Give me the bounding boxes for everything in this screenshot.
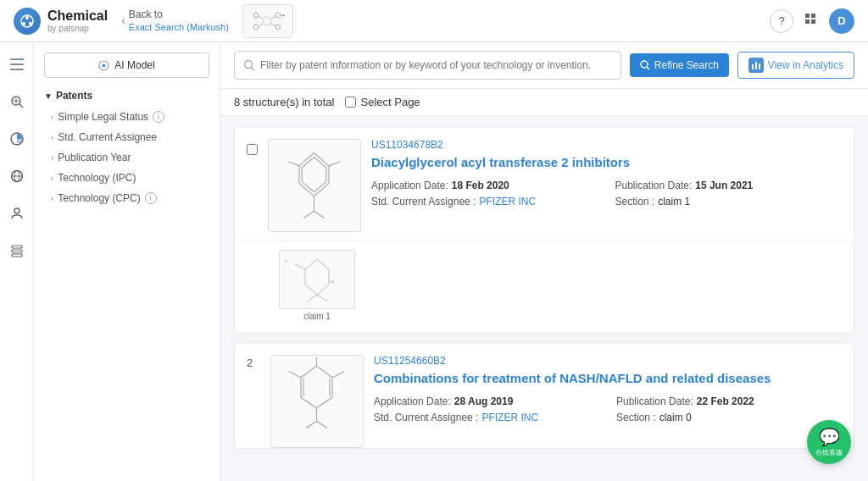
back-arrow-icon: ‹: [121, 14, 125, 27]
main-layout: AI Model ▼ Patents › Simple Legal Status…: [0, 42, 868, 481]
user-avatar[interactable]: D: [829, 8, 854, 34]
patents-label: ▼ Patents: [44, 90, 209, 102]
chevron-icon: ›: [51, 113, 53, 122]
svg-rect-42: [759, 64, 760, 69]
svg-rect-15: [811, 14, 815, 18]
svg-rect-33: [12, 254, 22, 257]
filter-technology-ipc[interactable]: › Technology (IPC): [44, 168, 209, 188]
filter-publication-year[interactable]: › Publication Year: [44, 147, 209, 168]
search-input-wrap: [234, 51, 621, 80]
assignee-row: Std. Current Assignee : PFIZER INC: [371, 196, 598, 207]
chat-bubble[interactable]: 💬 在线客服: [807, 420, 851, 464]
svg-line-76: [316, 366, 332, 377]
analytics-icon: [748, 58, 764, 73]
svg-line-62: [305, 285, 317, 295]
svg-line-37: [252, 68, 255, 71]
svg-line-56: [303, 211, 314, 218]
svg-rect-32: [12, 250, 22, 252]
patent-meta-2: Application Date: 28 Aug 2019 Publicatio…: [374, 395, 842, 423]
svg-text:F: F: [285, 259, 288, 264]
result-main-row-2: 2: [235, 343, 854, 448]
svg-point-6: [275, 13, 281, 18]
svg-rect-40: [752, 64, 754, 69]
svg-point-4: [263, 17, 271, 25]
collapse-icon[interactable]: ▼: [44, 91, 53, 101]
svg-line-12: [271, 24, 275, 26]
header: Chemical by patsnap ‹ Back to Exact Sear…: [0, 0, 868, 42]
section-row-2: Section : claim 0: [616, 412, 842, 423]
search-input[interactable]: [260, 59, 612, 71]
refine-search-button[interactable]: Refine Search: [630, 53, 729, 77]
info-icon[interactable]: i: [145, 192, 157, 204]
svg-point-35: [103, 64, 106, 67]
result-card: US11034678B2 Diacylglycerol acyl transfe…: [234, 126, 854, 334]
svg-point-3: [29, 22, 32, 25]
patent-id-1[interactable]: US11034678B2: [371, 139, 842, 151]
svg-line-58: [288, 162, 299, 166]
svg-rect-31: [12, 246, 22, 248]
svg-line-73: [301, 397, 317, 407]
filter-simple-legal-status[interactable]: › Simple Legal Status i: [44, 107, 209, 127]
app-name: Chemical: [47, 8, 108, 24]
patent-id-2[interactable]: US11254660B2: [374, 355, 842, 367]
svg-line-80: [306, 421, 316, 428]
svg-point-1: [25, 16, 29, 19]
search-bar-area: Refine Search View in Analytics: [220, 42, 868, 89]
patent-title-1[interactable]: Diacylglycerol acyl transferase 2 inhibi…: [371, 154, 842, 171]
ai-model-button[interactable]: AI Model: [44, 53, 209, 78]
results-count: 8 structure(s) in total: [234, 96, 335, 108]
back-button[interactable]: ‹ Back to Exact Search (Markush): [121, 8, 229, 34]
svg-point-2: [22, 22, 25, 25]
svg-point-5: [253, 13, 259, 18]
help-button[interactable]: ?: [770, 9, 793, 33]
pub-date-row: Publication Date: 15 Jun 2021: [615, 180, 843, 191]
sidebar-database-icon[interactable]: [5, 239, 29, 263]
molecule-preview: +: [242, 4, 293, 38]
molecule-thumbnail-2: [270, 355, 364, 448]
chat-label: 在线客服: [815, 448, 843, 457]
view-analytics-button[interactable]: View in Analytics: [737, 52, 854, 79]
sidebar-user-icon[interactable]: [5, 202, 29, 225]
thumb-image[interactable]: F N: [279, 250, 355, 309]
svg-line-68: [295, 264, 305, 269]
app-sub: by patsnap: [47, 24, 108, 33]
molecule-thumbnail-1: [268, 139, 361, 232]
svg-line-82: [289, 372, 301, 378]
svg-point-30: [14, 208, 19, 213]
app-logo: [14, 8, 41, 35]
sidebar-search-icon[interactable]: [5, 90, 29, 113]
svg-rect-21: [20, 58, 24, 60]
svg-line-74: [316, 397, 332, 407]
info-icon[interactable]: i: [153, 111, 164, 123]
thumb-label: claim 1: [303, 312, 331, 321]
svg-text:+: +: [281, 13, 285, 19]
select-page-checkbox[interactable]: [345, 97, 356, 108]
results-list: US11034678B2 Diacylglycerol acyl transfe…: [220, 116, 868, 481]
svg-line-65: [317, 259, 329, 269]
svg-line-39: [647, 67, 649, 69]
svg-line-81: [316, 421, 326, 428]
svg-point-36: [245, 61, 253, 69]
sidebar-menu-icon[interactable]: [5, 53, 29, 76]
result-checkbox-1[interactable]: [247, 144, 258, 155]
svg-rect-14: [805, 14, 810, 18]
sidebar-globe-icon[interactable]: [5, 164, 29, 188]
section-row: Section : claim 1: [615, 196, 843, 207]
svg-line-59: [329, 162, 340, 166]
sidebar-chart-icon[interactable]: [5, 127, 29, 151]
patent-meta-1: Application Date: 18 Feb 2020 Publicatio…: [371, 180, 842, 207]
svg-point-8: [275, 25, 281, 30]
svg-line-10: [271, 16, 275, 19]
result-info-1: US11034678B2 Diacylglycerol acyl transfe…: [371, 139, 842, 207]
patent-title-2[interactable]: Combinations for treatment of NASH/NAFLD…: [374, 370, 842, 387]
filter-std-current-assignee[interactable]: › Std. Current Assignee: [44, 127, 209, 147]
thumbs-row-1: F N claim 1: [235, 240, 854, 333]
svg-point-38: [641, 61, 648, 68]
apps-grid-icon[interactable]: [804, 12, 819, 30]
patents-section: ▼ Patents › Simple Legal Status i › Std.…: [44, 90, 209, 208]
sidebar-icon-panel: [0, 42, 34, 481]
main-content: Refine Search View in Analytics 8 struct…: [220, 42, 868, 481]
search-input-icon: [243, 59, 255, 71]
result-main-row: US11034678B2 Diacylglycerol acyl transfe…: [235, 127, 854, 232]
filter-technology-cpc[interactable]: › Technology (CPC) i: [44, 188, 209, 208]
